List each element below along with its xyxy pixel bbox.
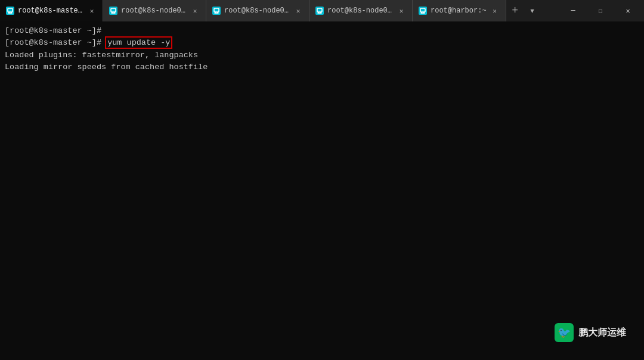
terminal-line-3: Loaded plugins: fastestmirror, langpacks bbox=[5, 49, 639, 61]
svg-rect-8 bbox=[214, 8, 219, 12]
svg-rect-12 bbox=[317, 8, 322, 12]
tab-icon-1 bbox=[6, 7, 14, 15]
tab-icon-5 bbox=[419, 7, 427, 15]
titlebar: root@k8s-master: ✕ root@k8s-node01: ✕ ro… bbox=[0, 0, 644, 21]
tabs-container: root@k8s-master: ✕ root@k8s-node01: ✕ ro… bbox=[0, 0, 559, 21]
tab-label-3: root@k8s-node02: bbox=[224, 7, 290, 15]
close-button[interactable]: ✕ bbox=[614, 0, 642, 21]
watermark-logo: 🐦 bbox=[555, 323, 574, 342]
tab-k8s-master[interactable]: root@k8s-master: ✕ bbox=[0, 0, 103, 21]
watermark: 🐦 鹏大师运维 bbox=[555, 323, 626, 342]
tab-close-4[interactable]: ✕ bbox=[397, 6, 406, 15]
tab-k8s-node01[interactable]: root@k8s-node01: ✕ bbox=[103, 0, 206, 21]
terminal-body[interactable]: [root@k8s-master ~]# [root@k8s-master ~]… bbox=[0, 21, 644, 360]
tab-label-1: root@k8s-master: bbox=[18, 7, 83, 15]
tab-label-5: root@harbor:~ bbox=[431, 7, 487, 15]
tab-k8s-node03[interactable]: root@k8s-node03: ✕ bbox=[309, 0, 413, 21]
watermark-text: 鹏大师运维 bbox=[578, 325, 626, 340]
prompt-2: [root@k8s-master ~]# bbox=[5, 38, 106, 47]
tab-k8s-node02[interactable]: root@k8s-node02: ✕ bbox=[206, 0, 309, 21]
new-tab-button[interactable]: + bbox=[506, 0, 524, 21]
maximize-button[interactable]: ☐ bbox=[587, 0, 614, 21]
tab-icon-2 bbox=[109, 7, 117, 15]
command-highlighted: yum update -y bbox=[106, 38, 171, 48]
window-controls: ─ ☐ ✕ bbox=[559, 0, 644, 21]
tab-label-4: root@k8s-node03: bbox=[327, 7, 393, 15]
terminal-window: root@k8s-master: ✕ root@k8s-node01: ✕ ro… bbox=[0, 0, 644, 360]
tab-label-2: root@k8s-node01: bbox=[121, 7, 187, 15]
svg-rect-16 bbox=[420, 8, 425, 12]
tab-close-3[interactable]: ✕ bbox=[293, 6, 303, 15]
terminal-line-2: [root@k8s-master ~]# yum update -y bbox=[5, 37, 639, 49]
terminal-line-4: Loading mirror speeds from cached hostfi… bbox=[5, 61, 639, 73]
svg-rect-4 bbox=[111, 8, 116, 12]
minimize-button[interactable]: ─ bbox=[559, 0, 587, 21]
tab-icon-4 bbox=[315, 7, 324, 15]
tab-icon-3 bbox=[212, 7, 221, 15]
tab-close-5[interactable]: ✕ bbox=[490, 6, 500, 15]
terminal-line-1: [root@k8s-master ~]# bbox=[5, 25, 639, 37]
tab-dropdown-button[interactable]: ▾ bbox=[524, 0, 541, 21]
tab-close-2[interactable]: ✕ bbox=[190, 6, 200, 15]
prompt-1: [root@k8s-master ~]# bbox=[5, 26, 101, 35]
svg-rect-0 bbox=[8, 8, 13, 12]
tab-close-1[interactable]: ✕ bbox=[87, 6, 97, 15]
tab-harbor[interactable]: root@harbor:~ ✕ bbox=[413, 0, 506, 21]
watermark-icon: 🐦 bbox=[558, 325, 571, 341]
